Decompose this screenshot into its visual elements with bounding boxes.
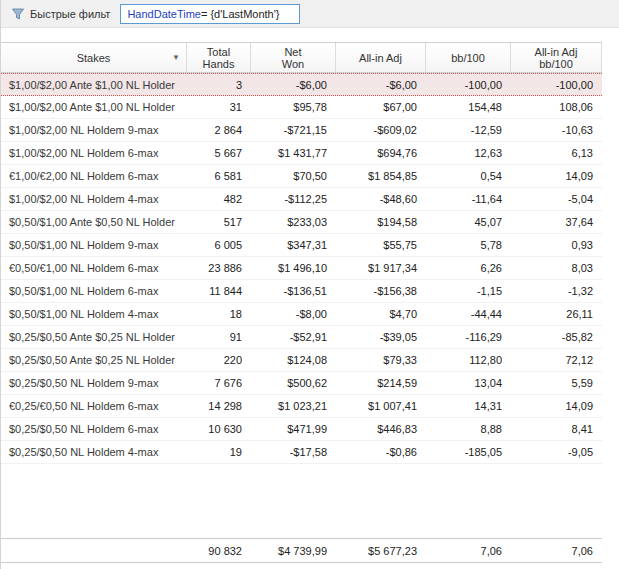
allin-adj-cell: -$39,05 xyxy=(336,326,426,348)
table-row[interactable]: €0,50/€1,00 NL Holdem 6-max 23 886 $1 49… xyxy=(1,257,602,280)
stakes-report-table: Stakes ▼ Total Hands Net Won All-in Adj … xyxy=(1,42,619,569)
bb100-cell: -12,59 xyxy=(426,119,511,141)
allin-adj-cell: $1 854,85 xyxy=(336,165,426,187)
table-row[interactable]: $0,50/$1,00 NL Holdem 4-max 18 -$8,00 $4… xyxy=(1,303,602,326)
table-row[interactable]: $1,00/$2,00 Ante $1,00 NL Holder 31 $95,… xyxy=(1,96,602,119)
allin-adj-cell: -$156,38 xyxy=(336,280,426,302)
total-hands-cell: 5 667 xyxy=(187,142,251,164)
net-won-cell: $1 496,10 xyxy=(251,257,336,279)
table-row[interactable]: $1,00/$2,00 Ante $1,00 NL Holder 3 -$6,0… xyxy=(1,73,602,96)
net-won-cell: -$112,25 xyxy=(251,188,336,210)
table-row[interactable]: $0,25/$0,50 NL Holdem 9-max 7 676 $500,6… xyxy=(1,372,602,395)
stakes-cell: $0,50/$1,00 NL Holdem 4-max xyxy=(1,303,187,325)
bb100-cell: 13,04 xyxy=(426,372,511,394)
column-header-allin-adj-bb100[interactable]: All-in Adj bb/100 xyxy=(511,43,602,72)
total-hands-cell: 31 xyxy=(187,96,251,118)
column-header-allin-adj[interactable]: All-in Adj xyxy=(336,43,426,72)
active-filter-box[interactable]: HandDateTime= {d'LastMonth'} xyxy=(120,4,300,24)
net-won-cell: -$721,15 xyxy=(251,119,336,141)
total-hands-cell: 91 xyxy=(187,326,251,348)
column-header-stakes-label: Stakes xyxy=(77,52,111,64)
table-row[interactable]: $1,00/$2,00 NL Holdem 6-max 5 667 $1 431… xyxy=(1,142,602,165)
total-hands-cell: 19 xyxy=(187,441,251,463)
bb100-cell: 0,54 xyxy=(426,165,511,187)
net-won-cell: $95,78 xyxy=(251,96,336,118)
allin-bb100-cell: 26,11 xyxy=(511,303,602,325)
stakes-cell: $1,00/$2,00 Ante $1,00 NL Holder xyxy=(1,74,187,95)
table-row[interactable]: $0,25/$0,50 Ante $0,25 NL Holder 220 $12… xyxy=(1,349,602,372)
stakes-cell: $1,00/$2,00 NL Holdem 9-max xyxy=(1,119,187,141)
bb100-cell: -116,29 xyxy=(426,326,511,348)
table-row[interactable]: $1,00/$2,00 NL Holdem 4-max 482 -$112,25… xyxy=(1,188,602,211)
stakes-cell: $0,25/$0,50 Ante $0,25 NL Holder xyxy=(1,349,187,371)
total-hands-cell: 6 581 xyxy=(187,165,251,187)
allin-bb100-cell: 6,13 xyxy=(511,142,602,164)
bb100-cell: 8,88 xyxy=(426,418,511,440)
totals-stakes-cell xyxy=(1,539,187,562)
allin-bb100-cell: -5,04 xyxy=(511,188,602,210)
column-header-net-won[interactable]: Net Won xyxy=(251,43,336,72)
total-hands-cell: 517 xyxy=(187,211,251,233)
column-header-stakes[interactable]: Stakes ▼ xyxy=(1,43,187,72)
allin-adj-cell: $194,58 xyxy=(336,211,426,233)
total-hands-cell: 3 xyxy=(187,74,251,95)
stakes-cell: $0,25/$0,50 NL Holdem 6-max xyxy=(1,418,187,440)
table-row[interactable]: €0,25/€0,50 NL Holdem 6-max 14 298 $1 02… xyxy=(1,395,602,418)
net-won-cell: $70,50 xyxy=(251,165,336,187)
net-won-cell: $347,31 xyxy=(251,234,336,256)
totals-hands-cell: 90 832 xyxy=(187,539,251,562)
total-hands-cell: 14 298 xyxy=(187,395,251,417)
filter-toolbar: Быстрые фильт HandDateTime= {d'LastMonth… xyxy=(1,0,619,28)
table-row[interactable]: $0,25/$0,50 Ante $0,25 NL Holder 91 -$52… xyxy=(1,326,602,349)
table-empty-space xyxy=(1,464,619,538)
totals-row: 90 832 $4 739,99 $5 677,23 7,06 7,06 xyxy=(1,538,602,563)
allin-bb100-cell: 37,64 xyxy=(511,211,602,233)
total-hands-cell: 220 xyxy=(187,349,251,371)
stakes-cell: €0,25/€0,50 NL Holdem 6-max xyxy=(1,395,187,417)
allin-adj-cell: $1 007,41 xyxy=(336,395,426,417)
stakes-filter-dropdown-icon[interactable]: ▼ xyxy=(172,52,180,64)
bb100-cell: -11,64 xyxy=(426,188,511,210)
total-hands-cell: 18 xyxy=(187,303,251,325)
allin-adj-cell: $79,33 xyxy=(336,349,426,371)
allin-adj-cell: $4,70 xyxy=(336,303,426,325)
column-header-bb100[interactable]: bb/100 xyxy=(426,43,511,72)
stats-window: Быстрые фильт HandDateTime= {d'LastMonth… xyxy=(0,0,619,569)
allin-bb100-cell: 14,09 xyxy=(511,165,602,187)
table-row[interactable]: $0,25/$0,50 NL Holdem 6-max 10 630 $471,… xyxy=(1,418,602,441)
allin-adj-cell: $1 917,34 xyxy=(336,257,426,279)
totals-allin-adj-cell: $5 677,23 xyxy=(336,539,426,562)
allin-bb100-cell: -1,32 xyxy=(511,280,602,302)
table-row[interactable]: $1,00/$2,00 NL Holdem 9-max 2 864 -$721,… xyxy=(1,119,602,142)
bb100-cell: 112,80 xyxy=(426,349,511,371)
total-hands-cell: 23 886 xyxy=(187,257,251,279)
net-won-cell: -$6,00 xyxy=(251,74,336,95)
stakes-cell: $1,00/$2,00 NL Holdem 4-max xyxy=(1,188,187,210)
total-hands-cell: 10 630 xyxy=(187,418,251,440)
stakes-cell: $0,25/$0,50 Ante $0,25 NL Holder xyxy=(1,326,187,348)
net-won-cell: $233,03 xyxy=(251,211,336,233)
net-won-cell: $471,99 xyxy=(251,418,336,440)
allin-adj-cell: -$48,60 xyxy=(336,188,426,210)
allin-adj-cell: $55,75 xyxy=(336,234,426,256)
column-header-total-hands[interactable]: Total Hands xyxy=(187,43,251,72)
total-hands-cell: 2 864 xyxy=(187,119,251,141)
table-row[interactable]: €1,00/€2,00 NL Holdem 6-max 6 581 $70,50… xyxy=(1,165,602,188)
net-won-cell: -$8,00 xyxy=(251,303,336,325)
bb100-cell: 154,48 xyxy=(426,96,511,118)
table-row[interactable]: $0,25/$0,50 NL Holdem 4-max 19 -$17,58 -… xyxy=(1,441,602,464)
table-row[interactable]: $0,50/$1,00 NL Holdem 9-max 6 005 $347,3… xyxy=(1,234,602,257)
table-header-row: Stakes ▼ Total Hands Net Won All-in Adj … xyxy=(1,42,602,73)
allin-bb100-cell: -85,82 xyxy=(511,326,602,348)
table-row[interactable]: $0,50/$1,00 Ante $0,50 NL Holder 517 $23… xyxy=(1,211,602,234)
totals-allin-bb100-cell: 7,06 xyxy=(511,539,602,562)
quick-filters-label: Быстрые фильт xyxy=(30,8,110,20)
net-won-cell: $124,08 xyxy=(251,349,336,371)
net-won-cell: -$17,58 xyxy=(251,441,336,463)
table-row[interactable]: $0,50/$1,00 NL Holdem 6-max 11 844 -$136… xyxy=(1,280,602,303)
allin-adj-cell: -$6,00 xyxy=(336,74,426,95)
bb100-cell: 45,07 xyxy=(426,211,511,233)
stakes-cell: $0,25/$0,50 NL Holdem 9-max xyxy=(1,372,187,394)
allin-adj-cell: $214,59 xyxy=(336,372,426,394)
quick-filters-button[interactable]: Быстрые фильт xyxy=(7,4,114,24)
